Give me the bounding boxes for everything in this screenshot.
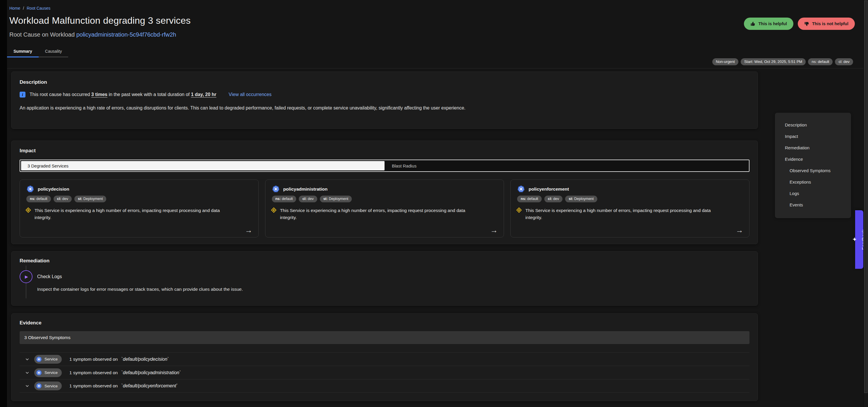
chevron-down-icon[interactable] <box>21 357 33 362</box>
impact-content-switcher: 3 Degraded Services Blast Radius <box>20 159 749 172</box>
degraded-services-grid: policydecision ns: default cl: dev st: D… <box>20 179 749 237</box>
breadcrumb: Home / Root Causes <box>7 0 764 10</box>
tag-cluster: cl: dev <box>54 196 72 202</box>
service-card-policyenforcement[interactable]: policyenforcement ns: default cl: dev st… <box>510 179 749 237</box>
impact-heading: Impact <box>20 148 749 154</box>
step-title: Check Logs <box>37 270 749 283</box>
tab-bar: Summary Causality <box>7 46 764 57</box>
service-warning: This Service is experiencing a high numb… <box>517 207 743 221</box>
occurrence-row: i This root cause has occurred 3 times i… <box>20 92 749 97</box>
page-title: Workload Malfunction degrading 3 service… <box>7 10 764 26</box>
subtitle-prefix: Root Cause on Workload <box>9 31 74 38</box>
view-all-occurrences-link[interactable]: View all occurrences <box>228 92 271 97</box>
service-card-policydecision[interactable]: policydecision ns: default cl: dev st: D… <box>20 179 259 237</box>
service-card-header: policydecision <box>26 185 252 193</box>
tab-causality[interactable]: Causality <box>39 46 68 57</box>
description-heading: Description <box>20 79 749 85</box>
feedback-buttons: This is helpful This is not helpful <box>744 18 855 30</box>
anchor-impact[interactable]: Impact <box>775 130 851 142</box>
service-icon <box>36 370 42 376</box>
service-icon <box>272 185 280 193</box>
service-icon <box>36 383 42 389</box>
breadcrumb-separator: / <box>23 6 24 10</box>
not-helpful-button[interactable]: This is not helpful <box>798 18 855 30</box>
switch-blast-radius[interactable]: Blast Radius <box>385 160 749 171</box>
breadcrumb-home[interactable]: Home <box>9 6 20 10</box>
evidence-heading: Evidence <box>20 320 749 326</box>
anchor-observed-symptoms[interactable]: Observed Symptoms <box>775 165 851 176</box>
evidence-rows: Service 1 symptom observed on `default/p… <box>20 352 749 393</box>
kind-label: Service <box>44 370 58 375</box>
evidence-row-policyenforcement[interactable]: Service 1 symptom observed on `default/p… <box>20 379 749 393</box>
anchor-evidence[interactable]: Evidence <box>775 153 851 165</box>
remediation-heading: Remediation <box>20 258 749 264</box>
service-card-policyadministration[interactable]: policyadministration ns: default cl: dev… <box>265 179 504 237</box>
chevron-down-icon[interactable] <box>21 383 33 388</box>
sparkle-icon <box>853 237 858 242</box>
main-content: Home / Root Causes Workload Malfunction … <box>7 0 764 401</box>
workload-link[interactable]: policyadministration-5c94f76cbd-rfw2h <box>76 31 176 38</box>
impact-section: Impact 3 Degraded Services Blast Radius … <box>11 141 758 244</box>
occurrence-duration[interactable]: 1 day, 20 hr <box>191 92 216 97</box>
urgency-badge: Non-urgent <box>712 58 738 65</box>
evidence-text: 1 symptom observed on <box>69 370 118 375</box>
anchor-remediation[interactable]: Remediation <box>775 142 851 153</box>
feedback-tab[interactable]: Feedback <box>855 210 863 269</box>
service-name: policyadministration <box>283 186 328 192</box>
scrollbar-track[interactable] <box>863 0 868 407</box>
tag-namespace: ns: default <box>517 196 542 202</box>
tag-subtype: st: Deployment <box>74 196 106 202</box>
evidence-target: `default/policydecision` <box>121 357 169 362</box>
service-icon <box>36 356 42 362</box>
occurrence-middle: in the past week with a total duration o… <box>108 92 190 97</box>
tag-namespace: ns: default <box>272 196 297 202</box>
anchor-description[interactable]: Description <box>775 119 851 130</box>
helpful-button[interactable]: This is helpful <box>744 18 793 30</box>
service-tags: ns: default cl: dev st: Deployment <box>26 196 252 202</box>
thumbs-up-icon <box>750 21 755 26</box>
anchor-exceptions[interactable]: Exceptions <box>775 176 851 188</box>
service-kind-pill: Service <box>34 368 62 377</box>
scrollbar-thumb[interactable] <box>864 1 867 393</box>
tab-summary[interactable]: Summary <box>7 46 39 57</box>
tag-namespace: ns: default <box>26 196 51 202</box>
tag-subtype: st: Deployment <box>565 196 597 202</box>
service-warning: This Service is experiencing a high numb… <box>272 207 497 221</box>
breadcrumb-root-causes[interactable]: Root Causes <box>27 6 50 10</box>
anchor-logs[interactable]: Logs <box>775 188 851 199</box>
play-circle-icon[interactable]: ▶ <box>20 270 32 283</box>
switch-degraded-services[interactable]: 3 Degraded Services <box>21 161 384 170</box>
info-icon: i <box>20 92 26 97</box>
remediation-step: ▶ Check Logs Inspect the container logs … <box>20 270 749 292</box>
service-warning: This Service is experiencing a high numb… <box>26 207 252 221</box>
kind-label: Service <box>44 384 58 388</box>
remediation-section: Remediation ▶ Check Logs Inspect the con… <box>11 251 758 306</box>
anchor-events[interactable]: Events <box>775 199 851 210</box>
chevron-down-icon[interactable] <box>21 370 33 375</box>
start-time-badge: Start: Wed, Oct 29, 2025, 5:51 PM <box>741 58 806 65</box>
helpful-button-label: This is helpful <box>758 21 787 26</box>
arrow-right-icon[interactable]: → <box>245 226 253 235</box>
occurrence-text: This root cause has occurred 3 times in … <box>30 92 216 97</box>
evidence-row-policydecision[interactable]: Service 1 symptom observed on `default/p… <box>20 352 749 366</box>
arrow-right-icon[interactable]: → <box>736 226 743 235</box>
occurrence-count[interactable]: 3 times <box>91 92 107 97</box>
evidence-row-policyadministration[interactable]: Service 1 symptom observed on `default/p… <box>20 366 749 379</box>
description-body: An application is experiencing a high ra… <box>20 105 749 111</box>
service-tags: ns: default cl: dev st: Deployment <box>517 196 743 202</box>
service-card-header: policyenforcement <box>517 185 743 193</box>
service-warning-text: This Service is experiencing a high numb… <box>34 207 222 221</box>
tag-cluster: cl: dev <box>544 196 562 202</box>
arrow-right-icon[interactable]: → <box>490 226 498 235</box>
service-kind-pill: Service <box>34 381 62 390</box>
evidence-target: `default/policyadministration` <box>121 370 181 375</box>
page-subtitle: Root Cause on Workload policyadministrat… <box>7 26 764 38</box>
namespace-badge: ns: default <box>808 58 833 65</box>
tag-subtype: st: Deployment <box>320 196 352 202</box>
service-name: policyenforcement <box>529 186 569 192</box>
tag-cluster: cl: dev <box>299 196 317 202</box>
warning-diamond-icon <box>271 207 276 212</box>
occurrence-prefix: This root cause has occurred <box>30 92 90 97</box>
evidence-text: 1 symptom observed on <box>69 357 118 362</box>
service-tags: ns: default cl: dev st: Deployment <box>272 196 497 202</box>
